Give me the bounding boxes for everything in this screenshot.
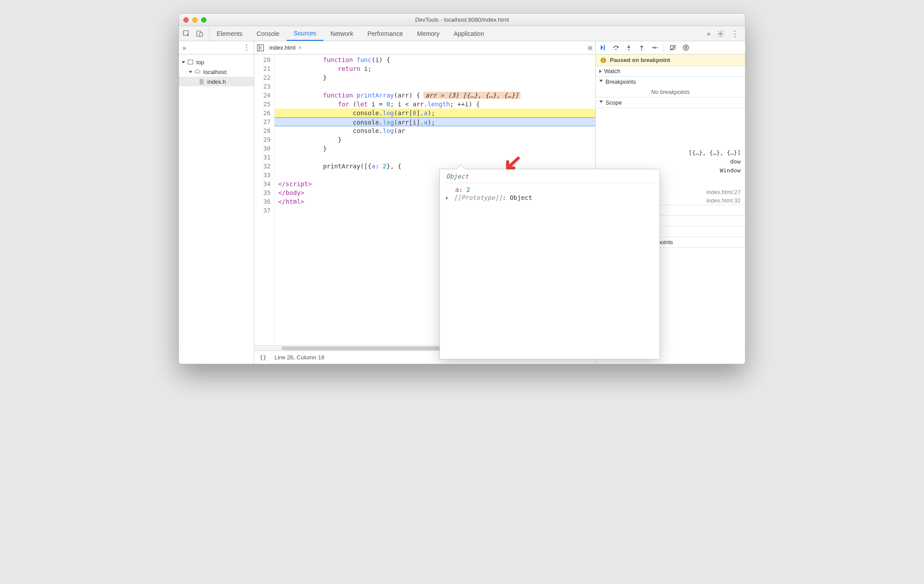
code-line[interactable]: } [275,73,595,82]
cloud-icon [194,69,201,75]
code-line[interactable]: console.log(ar [275,126,595,135]
svg-rect-7 [604,45,605,51]
paused-text: Paused on breakpoint [610,57,670,63]
frame-icon [187,59,194,65]
svg-rect-14 [685,46,686,49]
inline-value-hint: arr = (3) [{…}, {…}, {…}] [423,92,520,99]
svg-rect-2 [200,32,202,36]
panel-tab-console[interactable]: Console [249,26,286,41]
titlebar: DevTools - localhost:8080/index.html [179,14,745,26]
code-line[interactable]: console.log(arr[i].a); [275,117,595,126]
scope-section[interactable]: Scope [596,97,745,108]
svg-rect-18 [603,58,604,59]
step-icon[interactable] [651,44,658,51]
watch-section[interactable]: Watch [596,66,745,77]
step-into-icon[interactable] [625,44,633,51]
tree-top-frame[interactable]: top [179,57,254,67]
toggle-navigator-icon[interactable] [257,44,264,51]
code-line[interactable]: function printArray(arr) {arr = (3) [{…}… [275,91,595,100]
hover-property[interactable]: a: 2 [444,186,655,194]
panel-tab-performance[interactable]: Performance [360,26,410,41]
code-line[interactable]: } [275,144,595,153]
navigator-overflow-icon[interactable]: » [182,44,186,51]
hover-type: Object [444,172,655,183]
panel-tab-memory[interactable]: Memory [410,26,447,41]
code-line[interactable]: return i; [275,64,595,73]
step-over-icon[interactable] [612,44,620,51]
step-out-icon[interactable] [638,44,645,51]
paused-banner: Paused on breakpoint [596,55,745,66]
debugger-toolbar [596,41,745,55]
breakpoints-empty: No breakpoints [596,87,745,97]
scope-value-row: dow [596,157,741,166]
section-label: Scope [606,99,622,106]
pause-on-exceptions-icon[interactable] [682,44,690,51]
svg-point-9 [628,49,629,51]
code-line[interactable] [275,82,595,91]
code-line[interactable]: console.log(arr[0].a); [275,109,595,117]
tree-label: top [196,59,204,66]
tree-label: localhost: [203,69,228,75]
svg-point-13 [683,45,689,51]
deactivate-breakpoints-icon[interactable] [669,44,677,51]
panel-tab-elements[interactable]: Elements [210,26,249,41]
expand-icon[interactable] [446,196,448,200]
overflow-tabs-icon[interactable]: » [707,30,710,37]
navigator-pane: » ⋮ top localhost: index.h [179,41,254,364]
run-snippet-icon[interactable]: ▣ [587,44,593,51]
cursor-position: Line 26, Column 18 [275,354,325,361]
file-tab-index[interactable]: index.html × [267,41,304,54]
code-line[interactable]: for (let i = 0; i < arr.length; ++i) { [275,100,595,109]
code-line[interactable] [275,153,595,162]
devtools-window: DevTools - localhost:8080/index.html Ele… [179,13,745,364]
section-label: Watch [604,68,620,74]
svg-rect-17 [603,60,604,62]
svg-rect-15 [686,46,687,49]
resume-icon[interactable] [599,44,607,51]
tree-origin[interactable]: localhost: [179,67,254,77]
settings-gear-icon[interactable] [717,30,725,38]
pretty-print-icon[interactable]: {} [260,354,267,361]
inspect-tools [179,26,210,41]
svg-point-11 [656,47,658,48]
hover-prototype[interactable]: [[Prototype]]: Object [444,194,655,202]
file-tree: top localhost: index.h [179,55,254,89]
file-icon [198,78,205,85]
code-line[interactable]: function func(i) { [275,55,595,64]
info-icon [600,57,606,63]
section-label: Breakpoints [606,78,636,85]
code-line[interactable]: } [275,135,595,144]
value-hover-popup: Object a: 2 [[Prototype]]: Object [439,169,660,359]
svg-rect-4 [188,60,193,64]
navigator-header: » ⋮ [179,41,254,55]
scope-value-row: [{…}, {…}, {…}] [596,148,741,157]
tree-file-index[interactable]: index.h [179,77,254,86]
file-tab-label: index.html [269,44,295,51]
svg-point-3 [720,32,722,35]
window-title: DevTools - localhost:8080/index.html [179,16,745,23]
inspect-element-icon[interactable] [182,30,190,38]
file-tabs: index.html × ▣ [254,41,595,55]
panel-tabs-bar: ElementsConsoleSourcesNetworkPerformance… [179,26,745,41]
panel-tab-network[interactable]: Network [323,26,360,41]
tree-label: index.h [207,78,226,85]
panel-tab-application[interactable]: Application [446,26,491,41]
panel-tabs: ElementsConsoleSourcesNetworkPerformance… [210,26,491,41]
line-gutter: 202122232425262728293031323334353637 [254,55,275,345]
svg-point-10 [641,49,642,51]
svg-point-8 [615,49,617,50]
kebab-menu-icon[interactable]: ⋮ [731,29,739,39]
panel-tab-sources[interactable]: Sources [287,26,323,41]
breakpoints-section[interactable]: Breakpoints No breakpoints [596,77,745,97]
device-toolbar-icon[interactable] [196,30,204,38]
close-tab-icon[interactable]: × [298,44,302,51]
navigator-kebab-icon[interactable]: ⋮ [243,43,250,52]
